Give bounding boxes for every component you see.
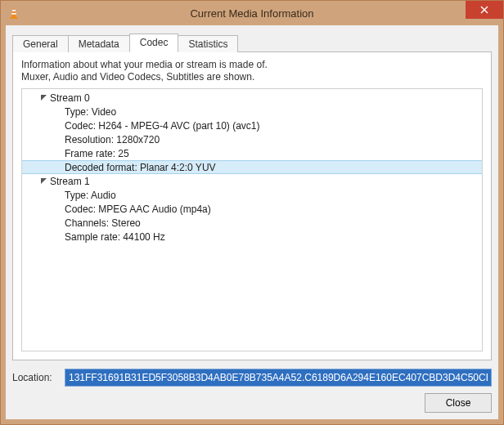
stream-property-row[interactable]: Sample rate: 44100 Hz — [22, 230, 482, 244]
window-close-button[interactable] — [466, 1, 503, 19]
stream-property-label: Decoded format: Planar 4:2:0 YUV — [65, 162, 216, 173]
codec-tabpane: Information about what your media or str… — [12, 51, 492, 360]
tab-metadata[interactable]: Metadata — [68, 35, 130, 52]
tab-statistics[interactable]: Statistics — [178, 35, 238, 52]
vlc-cone-icon — [7, 7, 20, 20]
svg-rect-3 — [11, 13, 16, 15]
stream-header[interactable]: Stream 1 — [22, 174, 482, 188]
tab-general[interactable]: General — [12, 35, 69, 52]
tabstrip: General Metadata Codec Statistics — [12, 32, 492, 51]
svg-rect-2 — [12, 10, 16, 11]
stream-property-row[interactable]: Resolution: 1280x720 — [22, 132, 482, 146]
stream-property-row[interactable]: Decoded format: Planar 4:2:0 YUV — [22, 160, 482, 174]
stream-property-row[interactable]: Codec: H264 - MPEG-4 AVC (part 10) (avc1… — [22, 119, 482, 132]
stream-name: Stream 1 — [50, 176, 90, 187]
location-input[interactable] — [65, 369, 492, 387]
stream-property-row[interactable]: Frame rate: 25 — [22, 146, 482, 160]
titlebar: Current Media Information — [1, 1, 503, 25]
svg-marker-6 — [41, 95, 47, 101]
info-line-1: Information about what your media or str… — [21, 59, 268, 70]
location-label: Location: — [12, 372, 58, 383]
stream-property-label: Type: Video — [65, 106, 116, 118]
svg-rect-1 — [10, 17, 18, 19]
stream-header[interactable]: Stream 0 — [22, 91, 482, 105]
window-title: Current Media Information — [20, 7, 503, 20]
stream-property-label: Frame rate: 25 — [65, 148, 129, 159]
stream-property-row[interactable]: Channels: Stereo — [22, 216, 482, 230]
location-bar: Location: — [12, 369, 492, 387]
media-info-window: Current Media Information General Metada… — [0, 0, 504, 425]
stream-property-row[interactable]: Type: Video — [22, 105, 482, 119]
stream-property-label: Resolution: 1280x720 — [65, 134, 160, 145]
client-area: General Metadata Codec Statistics Inform… — [1, 25, 503, 424]
collapse-icon[interactable] — [38, 177, 48, 186]
tab-codec[interactable]: Codec — [129, 34, 179, 52]
codec-tree[interactable]: Stream 0Type: VideoCodec: H264 - MPEG-4 … — [21, 88, 483, 351]
svg-marker-7 — [41, 178, 47, 184]
stream-name: Stream 0 — [50, 92, 90, 104]
svg-marker-0 — [11, 7, 16, 17]
stream-property-label: Sample rate: 44100 Hz — [65, 231, 165, 243]
close-button[interactable]: Close — [425, 393, 492, 413]
collapse-icon[interactable] — [38, 93, 48, 103]
info-line-2: Muxer, Audio and Video Codecs, Subtitles… — [21, 71, 254, 83]
stream-property-label: Codec: MPEG AAC Audio (mp4a) — [65, 204, 211, 215]
stream-property-row[interactable]: Codec: MPEG AAC Audio (mp4a) — [22, 202, 482, 216]
close-icon — [480, 6, 488, 14]
info-text: Information about what your media or str… — [21, 59, 483, 83]
dialog-buttons: Close — [12, 393, 492, 413]
stream-property-label: Type: Audio — [65, 190, 116, 201]
stream-property-label: Codec: H264 - MPEG-4 AVC (part 10) (avc1… — [65, 120, 260, 132]
stream-property-label: Channels: Stereo — [65, 217, 141, 229]
stream-property-row[interactable]: Type: Audio — [22, 188, 482, 202]
